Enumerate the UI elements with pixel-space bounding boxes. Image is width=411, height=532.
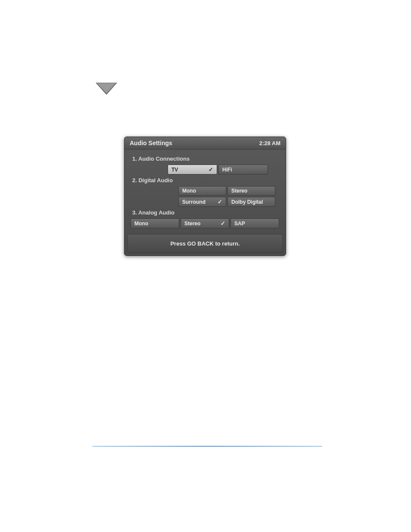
option-label: TV [171,167,178,173]
section-label-audio-connections: 1. Audio Connections [132,156,281,162]
option-label: Stereo [184,221,200,227]
option-surround[interactable]: Surround ✓ [178,197,226,207]
checkmark-icon: ✓ [218,199,222,205]
option-mono-digital[interactable]: Mono [178,186,226,196]
row-digital-audio-1: Mono Stereo [178,186,281,196]
down-triangle-icon [96,83,117,95]
row-digital-audio-2: Surround ✓ Dolby Digital [178,197,281,207]
footer-text: Press GO BACK to return. [170,240,240,247]
option-label: Mono [182,188,196,194]
option-dolby-digital[interactable]: Dolby Digital [227,197,275,207]
dialog-footer: Press GO BACK to return. [127,234,283,253]
option-mono-analog[interactable]: Mono [131,218,179,228]
row-analog-audio: Mono Stereo ✓ SAP [131,218,281,228]
dialog-title: Audio Settings [130,140,172,146]
option-tv[interactable]: TV ✓ [168,165,217,174]
audio-settings-dialog: Audio Settings 2:28 AM 1. Audio Connecti… [124,137,286,256]
option-label: Stereo [231,188,247,194]
option-hifi[interactable]: HiFi [218,165,268,174]
option-label: Surround [182,199,206,205]
checkmark-icon: ✓ [209,166,213,173]
section-label-digital-audio: 2. Digital Audio [132,177,281,184]
option-stereo-digital[interactable]: Stereo [227,186,275,196]
option-label: SAP [234,221,245,227]
checkmark-icon: ✓ [221,220,225,227]
option-label: HiFi [222,167,232,173]
dialog-body: 1. Audio Connections TV ✓ HiFi 2. Digita… [125,149,286,232]
horizontal-rule [92,446,322,447]
section-label-analog-audio: 3. Analog Audio [132,209,281,216]
option-sap[interactable]: SAP [230,218,279,228]
dialog-header: Audio Settings 2:28 AM [125,137,286,149]
row-audio-connections: TV ✓ HiFi [168,165,281,174]
option-label: Dolby Digital [231,199,263,205]
option-stereo-analog[interactable]: Stereo ✓ [181,218,229,228]
option-label: Mono [134,221,148,227]
dialog-time: 2:28 AM [259,140,280,146]
